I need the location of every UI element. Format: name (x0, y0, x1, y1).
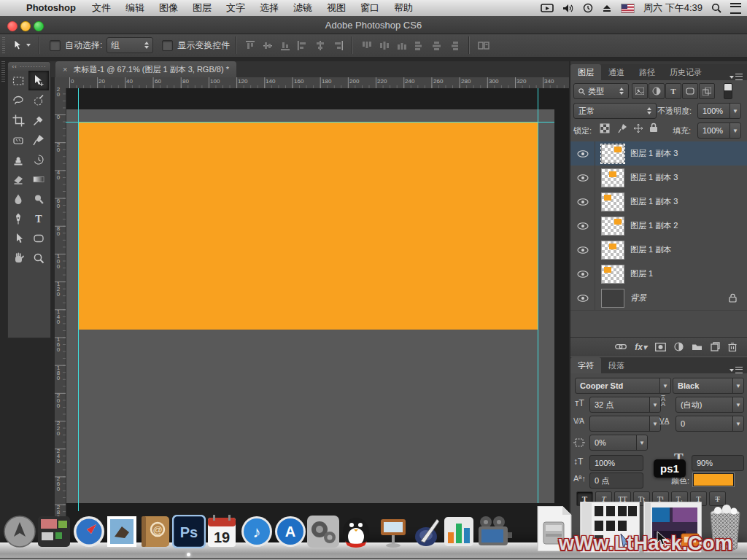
leading-caret-icon[interactable]: ▼ (732, 397, 743, 412)
dock-keynote-icon[interactable] (376, 515, 410, 548)
font-family-caret-icon[interactable]: ▼ (659, 378, 670, 393)
filter-type-layers-icon[interactable]: T (665, 83, 681, 99)
ruler-left[interactable]: 20 0 20 40 60 80 100 120 140 160 180 200… (55, 88, 66, 526)
layer-name[interactable]: 图层 1 副本 2 (630, 220, 678, 231)
tab-character[interactable]: 字符 (570, 357, 601, 373)
menu-app[interactable]: Photoshop (18, 0, 85, 16)
type-tool[interactable]: T (28, 209, 49, 228)
align-bottom-edges-button[interactable] (276, 37, 294, 53)
guide-horizontal-top[interactable] (66, 122, 554, 122)
layer-visibility-eye-icon[interactable] (570, 238, 595, 262)
layer-visibility-eye-icon[interactable] (570, 262, 595, 286)
dock-desktop-preview-icon[interactable] (38, 516, 70, 547)
menu-help[interactable]: 帮助 (387, 0, 420, 16)
tab-paths[interactable]: 路径 (632, 64, 662, 80)
dock-contacts-icon[interactable]: @ (139, 515, 171, 548)
kerning-caret-icon[interactable]: ▼ (649, 416, 660, 431)
lock-all-icon[interactable] (649, 122, 658, 133)
leading-field[interactable]: (自动) ▼ (676, 397, 744, 413)
gradient-tool[interactable] (28, 169, 49, 189)
clone-stamp-tool[interactable] (8, 149, 28, 169)
layer-name[interactable]: 图层 1 副本 (630, 244, 671, 255)
layer-name[interactable]: 图层 1 副本 3 (630, 148, 678, 159)
align-left-edges-button[interactable] (294, 37, 311, 53)
distribute-right-edges-button[interactable] (446, 37, 463, 53)
filter-shape-layers-icon[interactable] (682, 83, 698, 99)
eraser-tool[interactable] (8, 169, 28, 189)
adjustment-layer-icon[interactable] (674, 342, 684, 351)
show-transform-checkbox[interactable] (162, 40, 173, 51)
layer-row[interactable]: 图层 1 副本 3 (570, 141, 747, 166)
filter-pixel-layers-icon[interactable] (632, 83, 648, 99)
font-style-caret-icon[interactable]: ▼ (732, 378, 743, 393)
rect-marquee-tool[interactable] (8, 71, 28, 90)
layer-visibility-eye-icon[interactable] (570, 214, 595, 238)
tracking-caret-icon[interactable]: ▼ (732, 416, 743, 431)
align-horizontal-centers-button[interactable] (311, 37, 329, 53)
menu-file[interactable]: 文件 (85, 0, 118, 16)
horizontal-scale-field[interactable]: 90% (692, 455, 744, 471)
dock-itunes-icon[interactable]: ♪ (240, 515, 274, 548)
crop-tool[interactable] (8, 110, 28, 130)
close-window-button[interactable] (7, 21, 18, 31)
baseline-shift-field[interactable]: 0 点 (589, 472, 643, 489)
tab-paragraph[interactable]: 段落 (601, 357, 632, 373)
menu-image[interactable]: 图像 (152, 0, 185, 16)
eyedropper-tool[interactable] (28, 110, 49, 130)
layer-row[interactable]: 图层 1 副本 (570, 238, 747, 262)
vertical-scale-field[interactable]: 100% (589, 455, 643, 471)
dock-calendar-icon[interactable]: 19 (206, 515, 237, 548)
spacing-caret-icon[interactable]: ▼ (636, 435, 647, 450)
layer-thumbnail[interactable] (601, 289, 624, 308)
layer-thumbnail[interactable] (601, 192, 624, 211)
font-family-dropdown[interactable]: Cooper Std ▼ (575, 378, 671, 394)
dock-numbers-icon[interactable] (442, 515, 476, 548)
layer-thumbnail[interactable] (601, 168, 624, 187)
fill-field[interactable]: 100% ▼ (697, 122, 741, 139)
time-machine-icon[interactable] (583, 3, 593, 13)
menu-filter[interactable]: 滤镜 (286, 0, 320, 16)
dock-system-preferences-icon[interactable] (306, 515, 340, 548)
distribute-bottom-edges-button[interactable] (393, 37, 411, 53)
dock-mail-icon[interactable] (106, 515, 138, 548)
auto-align-layers-button[interactable] (475, 37, 492, 53)
tab-history[interactable]: 历史记录 (662, 64, 709, 80)
delete-layer-trash-icon[interactable] (728, 342, 737, 351)
distribute-top-edges-button[interactable] (358, 37, 376, 53)
orange-layer-rectangle[interactable] (79, 122, 538, 330)
shape-tool[interactable] (28, 228, 49, 248)
layer-thumbnail[interactable] (601, 241, 624, 260)
dock-safari-icon[interactable] (72, 515, 106, 548)
hand-tool[interactable] (8, 248, 28, 268)
auto-select-dropdown[interactable]: 组 (107, 37, 153, 53)
blur-tool[interactable] (8, 189, 28, 209)
zoom-window-button[interactable] (34, 21, 44, 31)
ruler-origin-corner[interactable] (55, 77, 66, 89)
move-tool[interactable] (28, 71, 49, 90)
layer-thumbnail[interactable] (601, 144, 624, 163)
lock-transparent-pixels-icon[interactable] (600, 123, 610, 133)
menu-select[interactable]: 选择 (252, 0, 286, 16)
dock-pages-icon[interactable] (409, 515, 443, 548)
layer-row[interactable]: 图层 1 (570, 262, 747, 287)
quick-select-tool[interactable] (28, 90, 49, 110)
font-size-caret-icon[interactable]: ▼ (649, 397, 660, 412)
eject-icon[interactable] (602, 4, 612, 12)
tracking-field[interactable]: 0 ▼ (676, 416, 744, 432)
align-right-edges-button[interactable] (329, 37, 347, 53)
layer-row-background[interactable]: 背景 (570, 286, 747, 311)
brush-tool[interactable] (28, 130, 49, 149)
layer-row[interactable]: 图层 1 副本 2 (570, 214, 747, 238)
toolbox-collapse-handle[interactable]: ‹‹ ·········· (8, 62, 50, 71)
pen-tool[interactable] (8, 209, 28, 228)
font-size-field[interactable]: 32 点 ▼ (589, 397, 661, 413)
menu-edit[interactable]: 编辑 (118, 0, 152, 16)
layer-visibility-eye-icon[interactable] (570, 286, 595, 310)
layer-visibility-eye-icon[interactable] (570, 166, 595, 190)
layer-filtering-toggle[interactable] (724, 83, 732, 99)
dock-imovie-icon[interactable] (476, 515, 512, 548)
blend-mode-dropdown[interactable]: 正常 (573, 103, 657, 119)
notification-center-icon[interactable] (730, 3, 741, 14)
align-vertical-centers-button[interactable] (259, 37, 276, 53)
history-brush-tool[interactable] (28, 149, 49, 169)
